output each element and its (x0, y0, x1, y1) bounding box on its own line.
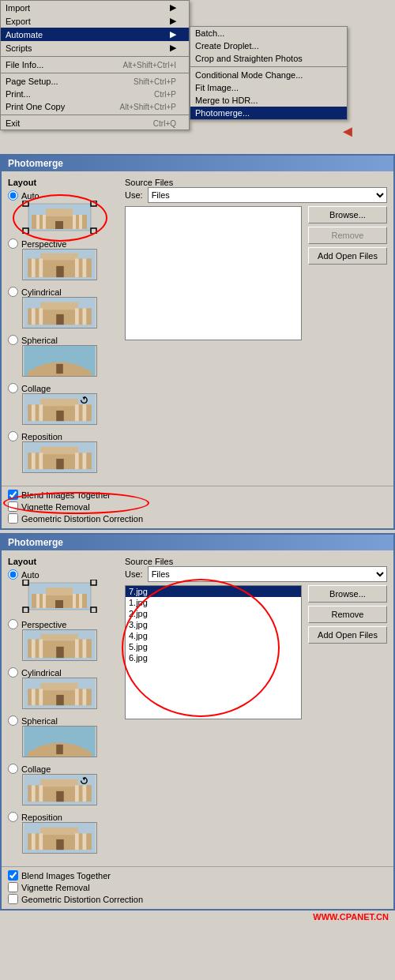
photomerge-menu-item[interactable]: Photomerge... (190, 107, 347, 119)
perspective-radio-2[interactable] (8, 619, 18, 629)
remove-button-2[interactable]: Remove (308, 606, 387, 623)
svg-rect-2 (46, 208, 73, 216)
batch-menu-item[interactable]: Batch... (190, 27, 347, 39)
reposition-radio-row-2[interactable]: Reposition (8, 812, 118, 822)
add-open-button-2[interactable]: Add Open Files (308, 626, 387, 644)
cylindrical-thumbnail-2 (22, 678, 118, 711)
svg-rect-70 (32, 689, 36, 705)
svg-rect-19 (56, 266, 64, 277)
svg-rect-18 (82, 258, 86, 277)
spherical-radio-row[interactable]: Spherical (8, 335, 118, 345)
menu-separator (1, 56, 189, 57)
geometric-checkbox-1[interactable] (8, 513, 18, 524)
cylindrical-radio-row-2[interactable]: Cylindrical (8, 667, 118, 678)
file-info-menu-item[interactable]: File Info... Alt+Shift+Ctrl+I (1, 58, 189, 71)
auto-thumbnail-1 (22, 201, 97, 234)
svg-rect-81 (39, 785, 43, 802)
svg-rect-80 (32, 785, 36, 802)
collage-radio-row-2[interactable]: Collage (8, 764, 118, 774)
source-buttons-1: Browse... Remove Add Open Files (308, 206, 387, 344)
file-item-1jpg[interactable]: 1.jpg (126, 597, 301, 608)
vignette-checkbox-2[interactable] (8, 882, 18, 892)
use-select-1[interactable]: Files (148, 187, 387, 203)
reposition-radio-2[interactable] (8, 812, 18, 822)
file-item-4jpg[interactable]: 4.jpg (126, 630, 301, 641)
svg-rect-71 (39, 689, 43, 705)
svg-rect-61 (40, 634, 78, 641)
source-buttons-2: Browse... Remove Add Open Files (308, 585, 387, 723)
cylindrical-radio[interactable] (8, 287, 18, 297)
print-one-copy-menu-item[interactable]: Print One Copy Alt+Shift+Ctrl+P (1, 100, 189, 113)
file-item-3jpg[interactable]: 3.jpg (126, 619, 301, 630)
auto-radio-row[interactable]: Auto (8, 190, 118, 201)
add-open-button-1[interactable]: Add Open Files (308, 247, 387, 265)
source-and-buttons-1: Browse... Remove Add Open Files (125, 206, 387, 344)
svg-rect-33 (32, 404, 36, 421)
remove-button-1[interactable]: Remove (308, 227, 387, 244)
perspective-radio[interactable] (8, 238, 18, 249)
perspective-radio-row-2[interactable]: Perspective (8, 619, 118, 629)
svg-rect-66 (56, 647, 64, 658)
svg-rect-45 (82, 452, 86, 469)
submenu-separator (190, 66, 347, 67)
layout-cylindrical-2: Cylindrical (8, 667, 118, 714)
cylindrical-radio-row[interactable]: Cylindrical (8, 287, 118, 297)
print-menu-item[interactable]: Print... Ctrl+P (1, 88, 189, 100)
svg-rect-44 (75, 452, 79, 469)
svg-rect-42 (32, 452, 36, 469)
spherical-radio[interactable] (8, 335, 18, 345)
blend-checkbox-1[interactable] (8, 490, 18, 500)
blend-checkbox-2[interactable] (8, 870, 18, 880)
fit-image-menu-item[interactable]: Fit Image... (190, 81, 347, 94)
source-panel-1: Source Files Use: Files Browse... Remove… (125, 178, 387, 479)
use-select-2[interactable]: Files (148, 566, 387, 582)
auto-radio-2[interactable] (8, 569, 18, 580)
cylindrical-thumbnail-1 (22, 297, 118, 330)
file-list-2[interactable]: 7.jpg 1.jpg 2.jpg 3.jpg 4.jpg 5.jpg 6.jp… (125, 585, 302, 719)
import-menu-item[interactable]: Import ▶ (1, 1, 189, 14)
export-menu-item[interactable]: Export ▶ (1, 14, 189, 28)
file-item-6jpg[interactable]: 6.jpg (126, 652, 301, 663)
svg-rect-22 (40, 302, 78, 310)
collage-radio[interactable] (8, 383, 18, 393)
conditional-mode-menu-item[interactable]: Conditional Mode Change... (190, 69, 347, 81)
layout-reposition-1: Reposition (8, 431, 118, 478)
file-item-5jpg[interactable]: 5.jpg (126, 641, 301, 652)
geometric-checkbox-2[interactable] (8, 894, 18, 904)
svg-rect-49 (46, 588, 73, 595)
svg-rect-74 (56, 695, 64, 705)
cylindrical-radio-2[interactable] (8, 667, 18, 678)
svg-rect-91 (75, 833, 79, 850)
spherical-thumbnail-2 (22, 726, 118, 759)
file-list-1[interactable] (125, 206, 302, 340)
perspective-radio-row[interactable]: Perspective (8, 238, 118, 249)
svg-rect-88 (40, 828, 78, 835)
spherical-radio-2[interactable] (8, 715, 18, 726)
automate-menu-item[interactable]: Automate ▶ (1, 28, 189, 41)
blend-row-1: Blend Images Together (8, 490, 387, 500)
crop-straighten-menu-item[interactable]: Crop and Straighten Photos (190, 52, 347, 65)
file-item-2jpg[interactable]: 2.jpg (126, 608, 301, 619)
browse-button-2[interactable]: Browse... (308, 585, 387, 603)
reposition-radio-row[interactable]: Reposition (8, 431, 118, 441)
spherical-radio-row-2[interactable]: Spherical (8, 715, 118, 726)
vignette-checkbox-1[interactable] (8, 501, 18, 512)
scripts-menu-item[interactable]: Scripts ▶ (1, 41, 189, 54)
reposition-radio[interactable] (8, 431, 18, 441)
auto-radio-row-2[interactable]: Auto (8, 569, 118, 580)
svg-rect-24 (39, 308, 43, 325)
merge-hdr-menu-item[interactable]: Merge to HDR... (190, 94, 347, 107)
svg-rect-58 (91, 607, 96, 613)
file-item-7jpg[interactable]: 7.jpg (126, 586, 301, 597)
collage-radio-2[interactable] (8, 764, 18, 774)
create-droplet-menu-item[interactable]: Create Droplet... (190, 39, 347, 52)
reposition-thumbnail-1 (22, 441, 118, 475)
collage-radio-row[interactable]: Collage (8, 383, 118, 393)
auto-radio[interactable] (8, 190, 18, 201)
exit-menu-item[interactable]: Exit Ctrl+Q (1, 117, 189, 130)
browse-button-1[interactable]: Browse... (308, 206, 387, 223)
submenu-arrow: ▶ (170, 2, 176, 13)
page-setup-menu-item[interactable]: Page Setup... Shift+Ctrl+P (1, 75, 189, 88)
svg-rect-69 (40, 683, 78, 691)
svg-rect-25 (75, 308, 79, 325)
